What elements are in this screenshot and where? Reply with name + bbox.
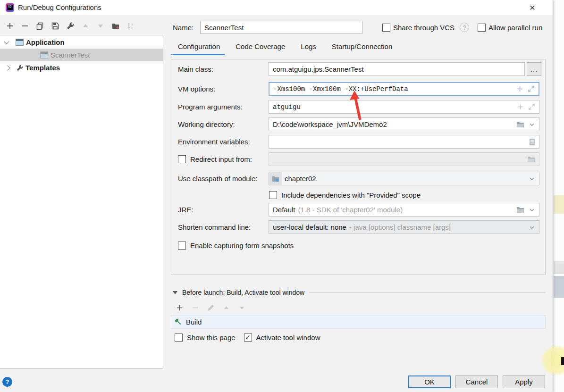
- environment-variables-field[interactable]: [269, 135, 539, 149]
- background-window-strip: [554, 0, 564, 392]
- redirect-input-field: [269, 152, 539, 166]
- folder-icon[interactable]: [516, 206, 524, 213]
- activate-tool-window-checkbox[interactable]: ✓: [244, 334, 252, 342]
- expand-field-icon[interactable]: [528, 103, 535, 110]
- tree-item-label: Application: [26, 38, 65, 46]
- application-icon: [16, 39, 24, 46]
- show-this-page-checkbox[interactable]: [175, 334, 183, 342]
- add-macro-icon[interactable]: [516, 85, 523, 92]
- share-vcs-checkbox[interactable]: [382, 24, 390, 32]
- tree-item-label: ScannerTest: [51, 51, 90, 59]
- main-class-label: Main class:: [178, 62, 213, 76]
- name-input[interactable]: [200, 21, 362, 34]
- include-provided-checkbox[interactable]: [269, 191, 277, 199]
- program-arguments-field[interactable]: atguigu: [269, 100, 539, 114]
- browse-variables-icon[interactable]: [529, 138, 535, 146]
- build-hammer-icon: [174, 318, 182, 326]
- share-vcs-label: Share through VCS: [393, 24, 455, 32]
- working-directory-field[interactable]: D:\code\workspace_jvm\JVMDemo2: [269, 117, 539, 131]
- allow-parallel-run-label: Allow parallel run: [488, 24, 542, 32]
- chevron-down-icon[interactable]: [529, 121, 535, 128]
- include-provided-label: Include dependencies with "Provided" sco…: [281, 188, 421, 202]
- expand-field-icon[interactable]: [528, 85, 535, 92]
- svg-text:a: a: [131, 23, 133, 26]
- add-configuration-icon[interactable]: [6, 22, 14, 30]
- application-icon: [40, 51, 48, 58]
- configurations-tree: Application ScannerTest Templates: [0, 35, 163, 369]
- tab-startup-connection[interactable]: Startup/Connection: [332, 42, 392, 50]
- tree-item-application[interactable]: Application: [0, 36, 163, 49]
- before-launch-title: Before launch: Build, Activate tool wind…: [182, 289, 304, 296]
- background-yellow-block: [554, 195, 564, 214]
- chevron-right-icon[interactable]: [5, 65, 10, 70]
- chevron-down-icon[interactable]: [529, 224, 535, 231]
- vcs-help-icon[interactable]: ?: [460, 23, 469, 32]
- folder-icon: [527, 156, 535, 163]
- redirect-input-label: Redirect input from:: [190, 152, 252, 166]
- tree-item-templates[interactable]: Templates: [0, 61, 163, 74]
- window-title: Run/Debug Configurations: [18, 3, 101, 11]
- show-this-page-label: Show this page: [187, 334, 236, 342]
- cancel-button[interactable]: Cancel: [455, 375, 498, 388]
- move-up-icon[interactable]: [81, 22, 90, 30]
- jre-label: JRE:: [178, 203, 194, 217]
- before-launch-toolbar: [175, 303, 246, 312]
- tab-configuration[interactable]: Configuration: [178, 42, 220, 50]
- tab-code-coverage[interactable]: Code Coverage: [236, 42, 285, 50]
- chevron-down-icon[interactable]: [529, 175, 535, 182]
- add-macro-icon[interactable]: [517, 103, 524, 110]
- cursor-fragment: [561, 357, 564, 365]
- environment-variables-label: Environment variables:: [178, 135, 250, 149]
- templates-wrench-icon: [16, 64, 24, 72]
- working-directory-label: Working directory:: [178, 117, 235, 131]
- module-icon: [269, 172, 282, 185]
- remove-task-icon[interactable]: [191, 303, 199, 312]
- redirect-input-checkbox[interactable]: [178, 155, 186, 163]
- svg-text:z: z: [131, 26, 133, 30]
- annotation-arrow: [347, 90, 366, 123]
- move-task-down-icon[interactable]: [237, 303, 246, 312]
- title-bar: IJ Run/Debug Configurations ×: [0, 0, 553, 15]
- configurations-toolbar: az: [6, 22, 135, 30]
- use-classpath-dropdown[interactable]: chapter02: [269, 172, 539, 185]
- new-folder-icon[interactable]: [111, 22, 120, 30]
- apply-button[interactable]: Apply: [503, 375, 545, 388]
- sort-configurations-icon[interactable]: az: [126, 22, 135, 30]
- ok-button[interactable]: OK: [408, 375, 451, 388]
- before-launch-task-build[interactable]: Build: [171, 315, 546, 329]
- tree-item-scannertest[interactable]: ScannerTest: [0, 49, 163, 61]
- add-task-icon[interactable]: [175, 303, 184, 312]
- help-button[interactable]: ?: [2, 377, 12, 387]
- edit-templates-wrench-icon[interactable]: [66, 22, 75, 30]
- edit-task-pencil-icon[interactable]: [206, 303, 215, 312]
- enable-capturing-label: Enable capturing form snapshots: [190, 239, 294, 252]
- enable-capturing-checkbox[interactable]: [178, 242, 186, 250]
- vm-options-field[interactable]: -Xms100m -Xmx100m -XX:+UsePerfData: [269, 82, 539, 96]
- save-configuration-icon[interactable]: [51, 22, 59, 30]
- tab-logs[interactable]: Logs: [301, 42, 316, 50]
- before-launch-options: Show this page ✓ Activate tool window: [175, 334, 320, 342]
- run-debug-configurations-dialog: IJ Run/Debug Configurations × az Applica: [0, 0, 553, 392]
- shorten-command-line-label: Shorten command line:: [178, 220, 251, 234]
- use-classpath-label: Use classpath of module:: [178, 172, 257, 185]
- close-icon[interactable]: ×: [522, 0, 543, 15]
- copy-configuration-icon[interactable]: [36, 22, 44, 30]
- background-gray-block: [554, 261, 564, 274]
- collapse-triangle-icon[interactable]: [173, 291, 177, 294]
- before-launch-header[interactable]: Before launch: Build, Activate tool wind…: [173, 289, 546, 296]
- move-down-icon[interactable]: [96, 22, 105, 30]
- shorten-command-line-dropdown[interactable]: user-local default: none - java [options…: [269, 220, 539, 234]
- jre-dropdown[interactable]: Default (1.8 - SDK of 'chapter02' module…: [269, 203, 539, 217]
- chevron-down-icon[interactable]: [529, 207, 535, 213]
- main-class-field[interactable]: com.atguigu.jps.ScannerTest: [269, 62, 525, 76]
- tree-item-label: Templates: [25, 64, 60, 72]
- intellij-logo-icon: IJ: [6, 3, 14, 12]
- allow-parallel-run-checkbox[interactable]: [478, 24, 486, 32]
- browse-main-class-button[interactable]: ...: [527, 62, 541, 76]
- folder-icon[interactable]: [516, 121, 524, 128]
- move-task-up-icon[interactable]: [222, 303, 230, 312]
- active-tab-underline: [171, 54, 225, 55]
- task-label: Build: [186, 318, 202, 326]
- remove-configuration-icon[interactable]: [21, 22, 29, 30]
- chevron-down-icon[interactable]: [4, 39, 9, 44]
